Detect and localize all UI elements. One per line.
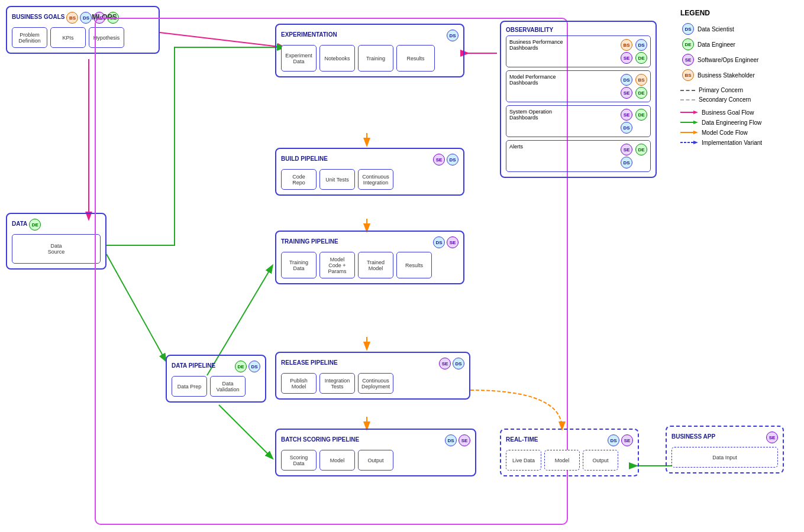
business-goal-flow-icon — [680, 109, 698, 116]
trained-model-box: TrainedModel — [358, 252, 393, 278]
svg-marker-1 — [693, 111, 698, 114]
secondary-concern-line — [680, 99, 695, 100]
badge-se-obs-alerts: SE — [621, 144, 632, 155]
badge-de-obs-alerts: DE — [635, 144, 647, 155]
badge-ds-release: DS — [453, 358, 464, 369]
badge-se-training: SE — [447, 236, 458, 248]
dp-title: DATA PIPELINE — [172, 362, 215, 369]
legend-bg-flow-label: Business Goal Flow — [702, 109, 754, 116]
legend-de-label: Data Engineer — [698, 41, 735, 48]
legend-mc-flow-label: Model Code Flow — [702, 129, 748, 136]
experiment-data-box: ExperimentData — [281, 45, 317, 72]
results-exp-box: Results — [396, 45, 435, 72]
badge-de-obs-mp: DE — [635, 87, 647, 99]
continuous-integration-box: ContinuousIntegration — [358, 169, 393, 190]
publish-model-box: PublishModel — [281, 373, 317, 394]
badge-bs-obs-bp: BS — [621, 39, 632, 51]
business-app-section: BUSINESS APP SE Data Input — [666, 426, 784, 473]
output-rt-box: Output — [583, 450, 618, 471]
badge-ds-exp: DS — [447, 30, 458, 41]
badge-se-batch: SE — [458, 434, 470, 446]
svg-marker-7 — [693, 141, 698, 144]
badge-ds-training: DS — [433, 236, 445, 248]
obs-alerts-label: Alerts — [509, 144, 523, 150]
training-exp-box: Training — [358, 45, 393, 72]
badge-ds-dp: DS — [248, 361, 260, 372]
obs-so-label: System OperationDashboards — [509, 109, 552, 121]
continuous-deployment-box: ContinuousDeployment — [358, 373, 393, 394]
primary-concern-line — [680, 90, 695, 91]
svg-marker-5 — [693, 131, 698, 134]
legend-badge-de: DE — [682, 38, 694, 50]
data-pipeline-section: DATA PIPELINE DE DS Data Prep DataValida… — [166, 355, 266, 403]
legend-badge-ds: DS — [682, 23, 694, 35]
training-title: TRAINING PIPELINE — [281, 238, 338, 245]
legend-se-label: Software/Ops Engineer — [698, 57, 758, 63]
badge-de-obs-so: DE — [635, 109, 647, 121]
data-prep-box: Data Prep — [172, 376, 207, 397]
bg-title: BUSINESS GOALS — [12, 14, 64, 20]
badge-se-rt: SE — [621, 434, 633, 446]
svg-marker-3 — [693, 121, 698, 124]
data-source-box: DataSource — [12, 234, 101, 264]
badge-se-ba: SE — [766, 432, 778, 443]
real-time-section: REAL-TIME DS SE Live Data Model Output — [500, 429, 639, 476]
notebooks-box: Notebooks — [319, 45, 355, 72]
code-repo-box: CodeRepo — [281, 169, 317, 190]
release-title: RELEASE PIPELINE — [281, 359, 338, 366]
legend-section: LEGEND DS Data Scientist DE Data Enginee… — [680, 9, 799, 149]
model-batch-box: Model — [319, 450, 355, 471]
model-rt-box: Model — [544, 450, 580, 471]
exp-title: EXPERIMENTATION — [281, 31, 337, 38]
problem-definition-box: ProblemDefinition — [12, 27, 47, 48]
data-section: DATA DE DataSource — [6, 213, 106, 270]
scoring-data-box: ScoringData — [281, 450, 317, 471]
legend-de-flow-label: Data Engineering Flow — [702, 119, 761, 126]
obs-bp-label: Business PerformanceDashboards — [509, 39, 563, 51]
model-code-flow-icon — [680, 129, 698, 136]
kpis-box: KPIs — [50, 27, 86, 48]
release-pipeline-section: RELEASE PIPELINE SE DS PublishModel Inte… — [275, 352, 470, 400]
model-code-params-box: ModelCode +Params — [319, 252, 355, 278]
unit-tests-box: Unit Tests — [319, 169, 355, 190]
badge-ds-batch: DS — [445, 434, 457, 446]
badge-de-dp: DE — [235, 361, 247, 372]
badge-ds-build: DS — [447, 154, 458, 166]
training-data-box: TrainingData — [281, 252, 317, 278]
badge-se-release: SE — [439, 358, 451, 369]
data-validation-box: DataValidation — [210, 376, 246, 397]
impl-variant-icon — [680, 139, 698, 146]
legend-iv-label: Implementation Variant — [702, 140, 762, 146]
build-title: BUILD PIPELINE — [281, 155, 328, 162]
badge-ds-obs-so: DS — [621, 122, 632, 134]
live-data-box: Live Data — [506, 450, 541, 471]
badge-de-obs-bp: DE — [635, 52, 647, 64]
legend-primary-label: Primary Concern — [699, 87, 743, 93]
obs-title: OBSERVABILITY — [506, 27, 651, 33]
badge-se-obs-mp: SE — [621, 87, 632, 99]
badge-ds-obs-alerts: DS — [621, 157, 632, 168]
data-input-box: Data Input — [671, 447, 778, 468]
obs-mp-label: Model PerformanceDashboards — [509, 74, 556, 86]
integration-tests-box: IntegrationTests — [319, 373, 355, 394]
batch-title: BATCH SCORING PIPELINE — [281, 436, 359, 443]
legend-ds-label: Data Scientist — [698, 26, 734, 33]
output-batch-box: Output — [358, 450, 393, 471]
badge-se-obs-bp: SE — [621, 52, 632, 64]
badge-ds-bg: DS — [80, 12, 92, 24]
legend-title: LEGEND — [680, 9, 799, 17]
observability-section: OBSERVABILITY Business PerformanceDashbo… — [500, 21, 657, 178]
build-pipeline-section: BUILD PIPELINE SE DS CodeRepo Unit Tests… — [275, 148, 464, 196]
badge-de-data: DE — [29, 219, 41, 231]
legend-badge-se: SE — [682, 54, 694, 66]
badge-se-obs-so: SE — [621, 109, 632, 121]
data-title: DATA — [12, 220, 27, 227]
badge-se-build: SE — [433, 154, 445, 166]
data-engineering-flow-icon — [680, 119, 698, 126]
experimentation-section: EXPERIMENTATION DS ExperimentData Notebo… — [275, 24, 464, 77]
badge-bs-bg: BS — [66, 12, 78, 24]
badge-ds-obs-bp: DS — [635, 39, 647, 51]
training-pipeline-section: TRAINING PIPELINE DS SE TrainingData Mod… — [275, 231, 464, 284]
rt-title: REAL-TIME — [506, 436, 538, 443]
badge-ds-obs-mp: DS — [621, 74, 632, 86]
